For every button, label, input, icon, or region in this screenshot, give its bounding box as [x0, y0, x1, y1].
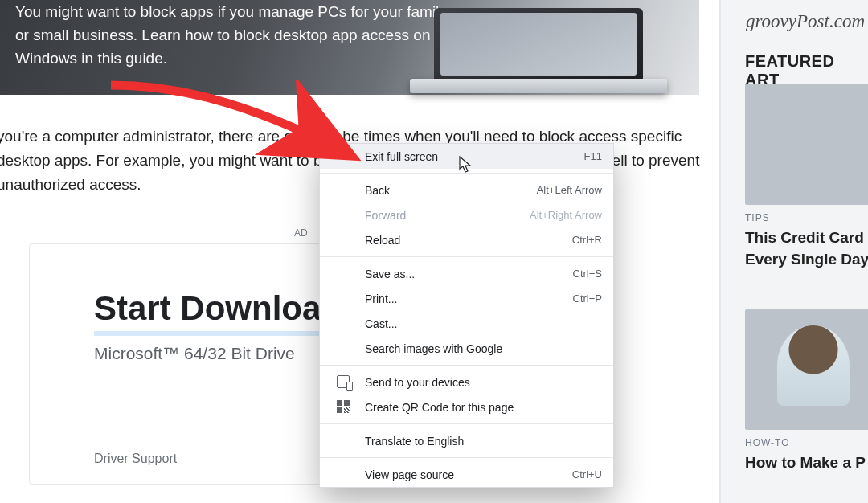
context-menu-item-shortcut: F11: [584, 150, 602, 162]
context-menu-item-save-as[interactable]: Save as...Ctrl+S: [320, 261, 613, 286]
context-menu-item-forward: ForwardAlt+Right Arrow: [320, 202, 613, 227]
context-menu-divider: [320, 173, 613, 174]
featured-card-1-image: [745, 84, 868, 205]
context-menu-item-label: Search images with Google: [365, 342, 602, 355]
context-menu-item-shortcut: Ctrl+S: [573, 268, 602, 280]
context-menu-item-label: Save as...: [365, 268, 573, 280]
featured-card-2-title: How to Make a P: [745, 452, 868, 473]
context-menu-item-view-page-source[interactable]: View page sourceCtrl+U: [320, 462, 613, 487]
context-menu-item-label: Translate to English: [365, 435, 602, 448]
context-menu-item-shortcut: Alt+Right Arrow: [530, 209, 602, 221]
context-menu-item-shortcut: Ctrl+R: [572, 234, 602, 246]
context-menu-item-label: Send to your devices: [365, 376, 602, 389]
context-menu-item-label: Back: [365, 184, 537, 197]
context-menu-item-send-to-your-devices[interactable]: Send to your devices: [320, 370, 613, 395]
featured-card-1[interactable]: TIPS This Credit Card Every Single Day: [745, 84, 868, 270]
featured-card-2-category: HOW-TO: [745, 437, 868, 448]
context-menu-item-shortcut: Ctrl+P: [573, 292, 602, 305]
context-menu-divider: [320, 457, 613, 458]
context-menu-item-print[interactable]: Print...Ctrl+P: [320, 286, 613, 311]
ad-headline: Start Downloa: [94, 289, 321, 336]
context-menu-item-shortcut: Alt+Left Arrow: [537, 184, 602, 196]
context-menu-item-cast[interactable]: Cast...: [320, 311, 613, 336]
context-menu-item-label: Exit full screen: [365, 150, 584, 163]
featured-card-2[interactable]: HOW-TO How to Make a P: [745, 309, 868, 473]
hero-laptop-image: [394, 5, 683, 95]
featured-card-1-title: This Credit Card Every Single Day: [745, 227, 868, 270]
context-menu-item-label: Forward: [365, 209, 530, 222]
context-menu-item-translate-to-english[interactable]: Translate to English: [320, 428, 613, 453]
context-menu[interactable]: Exit full screenF11BackAlt+Left ArrowFor…: [319, 143, 614, 488]
site-brand[interactable]: groovyPost.com: [746, 11, 865, 32]
ad-source: Driver Support: [94, 452, 177, 466]
featured-card-1-category: TIPS: [745, 212, 868, 223]
context-menu-item-create-qr-code-for-this-page[interactable]: Create QR Code for this page: [320, 395, 613, 419]
context-menu-item-label: Print...: [365, 292, 573, 305]
context-menu-item-label: Reload: [365, 234, 572, 247]
context-menu-item-search-images-with-google[interactable]: Search images with Google: [320, 336, 613, 361]
context-menu-divider: [320, 423, 613, 424]
devices-icon: [337, 375, 350, 388]
context-menu-divider: [320, 256, 613, 257]
ad-label: AD: [294, 227, 308, 239]
context-menu-item-label: View page source: [365, 468, 572, 481]
hero-text: You might want to block apps if you mana…: [15, 0, 449, 70]
context-menu-item-label: Cast...: [365, 317, 602, 330]
context-menu-item-shortcut: Ctrl+U: [572, 468, 602, 481]
context-menu-item-label: Create QR Code for this page: [365, 401, 602, 414]
hero-banner: You might want to block apps if you mana…: [0, 0, 699, 95]
context-menu-item-reload[interactable]: ReloadCtrl+R: [320, 227, 613, 252]
qr-icon: [337, 400, 350, 413]
context-menu-divider: [320, 365, 613, 366]
context-menu-item-exit-full-screen[interactable]: Exit full screenF11: [320, 144, 613, 169]
featured-card-2-image: [745, 309, 868, 430]
sidebar: groovyPost.com FEATURED ART TIPS This Cr…: [719, 0, 868, 503]
context-menu-item-back[interactable]: BackAlt+Left Arrow: [320, 178, 613, 202]
ad-subtitle: Microsoft™ 64/32 Bit Drive: [94, 344, 295, 363]
